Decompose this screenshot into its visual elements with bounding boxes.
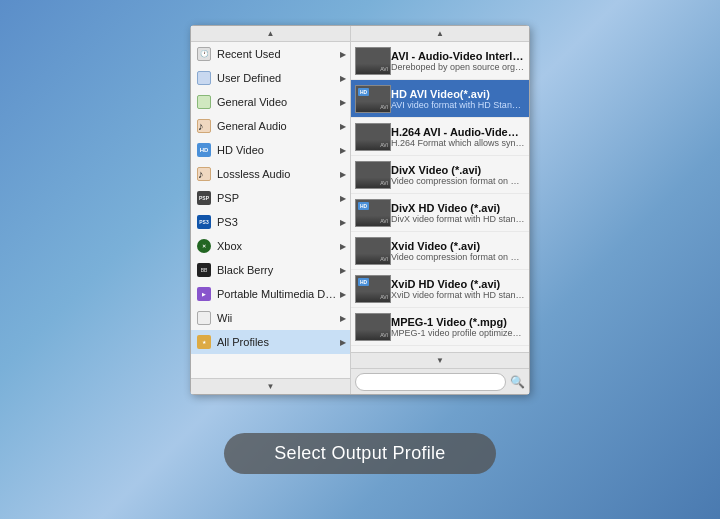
- item-desc: Video compression format on MPEG4.with D…: [391, 176, 525, 186]
- format-label: AVI: [380, 180, 388, 186]
- right-scroll-down[interactable]: ▼: [351, 352, 529, 368]
- left-item-xbox[interactable]: ✕ Xbox ▶: [191, 234, 350, 258]
- left-item-hd-video[interactable]: HD HD Video ▶: [191, 138, 350, 162]
- item-thumbnail: AVI: [355, 237, 391, 265]
- right-item-xvid-video[interactable]: AVI Xvid Video (*.avi) Video compression…: [351, 232, 529, 270]
- left-item-recent-used[interactable]: 🕐 Recent Used ▶: [191, 42, 350, 66]
- submenu-arrow-icon: ▶: [340, 170, 346, 179]
- left-item-label: PSP: [217, 192, 338, 204]
- left-item-all-profiles[interactable]: ★ All Profiles ▶: [191, 330, 350, 354]
- format-label: AVI: [380, 218, 388, 224]
- item-title: AVI - Audio-Video Interleaved (*.avi): [391, 50, 525, 62]
- item-thumbnail: AVI: [355, 313, 391, 341]
- submenu-arrow-icon: ▶: [340, 122, 346, 131]
- item-desc: DivX video format with HD standards: [391, 214, 525, 224]
- item-thumbnail: HD AVI: [355, 85, 391, 113]
- item-text: H.264 AVI - Audio-Video Interleaved... H…: [391, 126, 525, 148]
- left-item-general-video[interactable]: General Video ▶: [191, 90, 350, 114]
- item-title: MPEG-1 Video (*.mpg): [391, 316, 525, 328]
- main-panel: ▲ 🕐 Recent Used ▶ User Defined ▶ General…: [190, 25, 530, 395]
- left-scroll-up[interactable]: ▲: [191, 26, 350, 42]
- submenu-arrow-icon: ▶: [340, 242, 346, 251]
- item-desc: XviD video format with HD standards: [391, 290, 525, 300]
- item-desc: MPEG-1 video profile optimized for telev…: [391, 328, 525, 338]
- left-list: 🕐 Recent Used ▶ User Defined ▶ General V…: [191, 42, 350, 378]
- right-item-divx-hd-video[interactable]: HD AVI DivX HD Video (*.avi) DivX video …: [351, 194, 529, 232]
- submenu-arrow-icon: ▶: [340, 146, 346, 155]
- icon-recent: 🕐: [195, 45, 213, 63]
- left-item-label: Portable Multimedia Dev...: [217, 288, 338, 300]
- left-item-label: Black Berry: [217, 264, 338, 276]
- icon-user: [195, 69, 213, 87]
- left-item-black-berry[interactable]: BB Black Berry ▶: [191, 258, 350, 282]
- icon-audio: ♪: [195, 165, 213, 183]
- item-text: AVI - Audio-Video Interleaved (*.avi) De…: [391, 50, 525, 72]
- left-item-portable-multimedia[interactable]: ▶ Portable Multimedia Dev... ▶: [191, 282, 350, 306]
- left-item-label: Xbox: [217, 240, 338, 252]
- item-title: H.264 AVI - Audio-Video Interleaved...: [391, 126, 525, 138]
- item-text: DivX HD Video (*.avi) DivX video format …: [391, 202, 525, 224]
- submenu-arrow-icon: ▶: [340, 290, 346, 299]
- icon-xbox: ✕: [195, 237, 213, 255]
- search-bar: 🔍: [351, 368, 529, 394]
- item-thumbnail: HD AVI: [355, 199, 391, 227]
- hd-badge: HD: [358, 88, 369, 96]
- search-icon[interactable]: 🔍: [510, 375, 525, 389]
- left-item-label: HD Video: [217, 144, 338, 156]
- right-item-mpeg1-video[interactable]: AVI MPEG-1 Video (*.mpg) MPEG-1 video pr…: [351, 308, 529, 346]
- item-text: HD AVI Video(*.avi) AVI video format wit…: [391, 88, 525, 110]
- item-title: HD AVI Video(*.avi): [391, 88, 525, 100]
- right-panel: ▲ AVI AVI - Audio-Video Interleaved (*.a…: [351, 26, 529, 394]
- submenu-arrow-icon: ▶: [340, 194, 346, 203]
- item-thumbnail: AVI: [355, 47, 391, 75]
- icon-hd: HD: [195, 141, 213, 159]
- icon-ps3: PS3: [195, 213, 213, 231]
- item-title: XviD HD Video (*.avi): [391, 278, 525, 290]
- icon-all: ★: [195, 333, 213, 351]
- item-thumbnail: AVI: [355, 123, 391, 151]
- format-label: AVI: [380, 104, 388, 110]
- submenu-arrow-icon: ▶: [340, 266, 346, 275]
- left-scroll-down[interactable]: ▼: [191, 378, 350, 394]
- left-item-wii[interactable]: Wii ▶: [191, 306, 350, 330]
- right-item-xvid-hd-video[interactable]: HD AVI XviD HD Video (*.avi) XviD video …: [351, 270, 529, 308]
- right-item-hd-avi-video[interactable]: HD AVI HD AVI Video(*.avi) AVI video for…: [351, 80, 529, 118]
- item-text: Xvid Video (*.avi) Video compression for…: [391, 240, 525, 262]
- submenu-arrow-icon: ▶: [340, 98, 346, 107]
- right-scroll-up[interactable]: ▲: [351, 26, 529, 42]
- item-title: DivX Video (*.avi): [391, 164, 525, 176]
- item-text: DivX Video (*.avi) Video compression for…: [391, 164, 525, 186]
- format-label: AVI: [380, 332, 388, 338]
- right-item-h264-avi[interactable]: AVI H.264 AVI - Audio-Video Interleaved.…: [351, 118, 529, 156]
- format-label: AVI: [380, 256, 388, 262]
- left-item-psp[interactable]: PSP PSP ▶: [191, 186, 350, 210]
- submenu-arrow-icon: ▶: [340, 50, 346, 59]
- item-desc: AVI video format with HD Standards: [391, 100, 525, 110]
- item-desc: H.264 Format which allows synchronous au…: [391, 138, 525, 148]
- item-title: Xvid Video (*.avi): [391, 240, 525, 252]
- right-item-divx-video[interactable]: AVI DivX Video (*.avi) Video compression…: [351, 156, 529, 194]
- left-item-ps3[interactable]: PS3 PS3 ▶: [191, 210, 350, 234]
- left-item-label: All Profiles: [217, 336, 338, 348]
- item-text: XviD HD Video (*.avi) XviD video format …: [391, 278, 525, 300]
- select-output-profile-button[interactable]: Select Output Profile: [224, 433, 495, 474]
- hd-badge: HD: [358, 278, 369, 286]
- hd-badge: HD: [358, 202, 369, 210]
- submenu-arrow-icon: ▶: [340, 314, 346, 323]
- item-text: MPEG-1 Video (*.mpg) MPEG-1 video profil…: [391, 316, 525, 338]
- left-item-lossless-audio[interactable]: ♪ Lossless Audio ▶: [191, 162, 350, 186]
- format-label: AVI: [380, 294, 388, 300]
- submenu-arrow-icon: ▶: [340, 74, 346, 83]
- item-desc: Dereboped by open source organization,wi…: [391, 62, 525, 72]
- icon-video: [195, 93, 213, 111]
- left-item-label: Lossless Audio: [217, 168, 338, 180]
- left-item-general-audio[interactable]: ♪ General Audio ▶: [191, 114, 350, 138]
- icon-psp: PSP: [195, 189, 213, 207]
- right-list: AVI AVI - Audio-Video Interleaved (*.avi…: [351, 42, 529, 352]
- left-item-user-defined[interactable]: User Defined ▶: [191, 66, 350, 90]
- left-item-label: PS3: [217, 216, 338, 228]
- right-item-avi-audio-video[interactable]: AVI AVI - Audio-Video Interleaved (*.avi…: [351, 42, 529, 80]
- format-label: AVI: [380, 66, 388, 72]
- search-input[interactable]: [355, 373, 506, 391]
- item-title: DivX HD Video (*.avi): [391, 202, 525, 214]
